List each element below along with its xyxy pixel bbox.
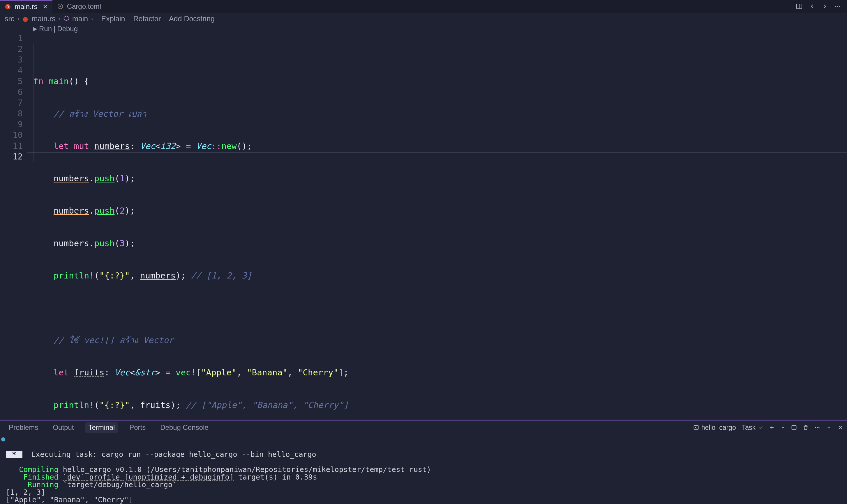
trash-icon[interactable] xyxy=(803,425,809,430)
svg-point-6 xyxy=(835,6,836,7)
more-icon[interactable] xyxy=(814,425,820,430)
line-number: 7 xyxy=(0,97,23,108)
panel-actions: hello_cargo - Task xyxy=(693,424,844,432)
bottom-panel: Problems Output Terminal Ports Debug Con… xyxy=(0,420,847,504)
chevron-up-icon[interactable] xyxy=(826,425,832,430)
task-marker: * xyxy=(6,451,22,458)
forward-icon[interactable] xyxy=(822,3,828,10)
back-icon[interactable] xyxy=(809,3,815,10)
tab-bar: R main.rs ✕ Cargo.toml xyxy=(0,0,847,13)
close-panel-icon[interactable] xyxy=(838,425,844,430)
chevron-right-icon: › xyxy=(91,15,93,23)
breadcrumb-seg[interactable]: main.rs xyxy=(32,15,56,23)
line-number: 6 xyxy=(0,87,23,97)
svg-text:R: R xyxy=(6,5,9,9)
symbol-icon xyxy=(64,15,69,23)
run-codelens[interactable]: Run xyxy=(39,25,52,33)
line-number: 8 xyxy=(0,108,23,119)
breadcrumb-seg[interactable]: src xyxy=(5,15,14,23)
line-number: 4 xyxy=(0,65,23,76)
svg-point-16 xyxy=(815,427,816,428)
code-editor[interactable]: 1 2 3 4 5 6 7 8 9 10 11 12 fn main() { /… xyxy=(0,33,847,420)
titlebar-actions xyxy=(796,3,847,10)
line-number: 10 xyxy=(0,130,23,141)
tab-debug-console[interactable]: Debug Console xyxy=(157,422,211,433)
line-number: 1 xyxy=(0,33,23,44)
breadcrumb-seg[interactable]: main xyxy=(72,15,88,23)
tab-label: Cargo.toml xyxy=(67,2,101,11)
line-number-gutter: 1 2 3 4 5 6 7 8 9 10 11 12 xyxy=(0,33,28,420)
refactor-action[interactable]: Refactor xyxy=(133,15,160,23)
more-icon[interactable] xyxy=(834,3,841,10)
rust-icon: R xyxy=(5,3,11,10)
chevron-right-icon: › xyxy=(17,15,19,23)
svg-point-3 xyxy=(59,5,61,7)
split-terminal-icon[interactable] xyxy=(791,425,797,430)
debug-codelens[interactable]: Debug xyxy=(57,25,78,33)
svg-point-7 xyxy=(837,6,838,7)
svg-point-17 xyxy=(817,427,817,428)
svg-point-8 xyxy=(839,6,840,7)
terminal-task-name[interactable]: hello_cargo - Task xyxy=(693,424,763,432)
split-editor-icon[interactable] xyxy=(796,3,803,10)
rust-icon xyxy=(22,16,29,22)
line-number: 3 xyxy=(0,54,23,65)
play-icon: ▶ xyxy=(33,25,37,32)
tab-problems[interactable]: Problems xyxy=(6,422,41,433)
code-content[interactable]: fn main() { // สร้าง Vector เปล่า let mu… xyxy=(28,33,847,420)
tab-cargo-toml[interactable]: Cargo.toml xyxy=(52,0,106,13)
line-number: 2 xyxy=(0,44,23,54)
gear-icon xyxy=(57,3,64,10)
svg-point-18 xyxy=(818,427,819,428)
explain-action[interactable]: Explain xyxy=(101,15,125,23)
panel-tabs: Problems Output Terminal Ports Debug Con… xyxy=(0,420,847,434)
add-docstring-action[interactable]: Add Docstring xyxy=(169,15,215,23)
terminal-output[interactable]: * Executing task: cargo run --package he… xyxy=(0,434,847,504)
indent-guide xyxy=(33,44,34,162)
chevron-down-icon[interactable] xyxy=(781,425,785,430)
tab-ports[interactable]: Ports xyxy=(126,422,149,433)
tab-output[interactable]: Output xyxy=(50,422,76,433)
codelens: ▶ Run | Debug xyxy=(0,25,847,33)
line-number: 9 xyxy=(0,119,23,130)
tab-label: main.rs xyxy=(15,3,38,11)
line-number: 12 xyxy=(0,151,23,162)
codelens-sep: | xyxy=(54,25,55,33)
svg-rect-11 xyxy=(694,426,698,429)
breadcrumb: src › main.rs › main › Explain Refactor … xyxy=(0,13,847,25)
new-terminal-icon[interactable] xyxy=(769,425,775,430)
chevron-right-icon: › xyxy=(58,15,60,23)
svg-marker-10 xyxy=(64,16,69,21)
line-number: 11 xyxy=(0,141,23,151)
current-line-highlight xyxy=(28,152,847,153)
close-icon[interactable]: ✕ xyxy=(43,3,48,10)
line-number: 5 xyxy=(0,76,23,87)
tab-main-rs[interactable]: R main.rs ✕ xyxy=(0,0,52,13)
tab-terminal[interactable]: Terminal xyxy=(85,422,118,433)
task-running-dot-icon xyxy=(1,437,5,442)
svg-point-9 xyxy=(23,17,28,22)
